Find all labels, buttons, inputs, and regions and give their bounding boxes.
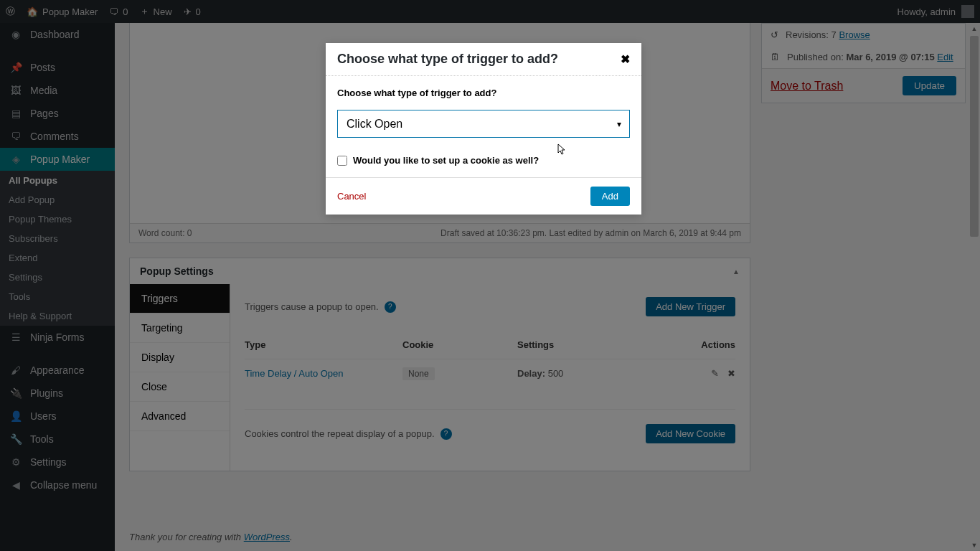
close-icon[interactable]: ✖ bbox=[621, 52, 630, 66]
trigger-type-select[interactable]: Click Open bbox=[337, 110, 630, 138]
modal-title: Choose what type of trigger to add? bbox=[337, 52, 558, 67]
cancel-button[interactable]: Cancel bbox=[337, 191, 366, 202]
modal-field-label: Choose what type of trigger to add? bbox=[337, 88, 630, 98]
cookie-checkbox-row[interactable]: Would you like to set up a cookie as wel… bbox=[337, 155, 630, 166]
cookie-checkbox[interactable] bbox=[337, 156, 347, 166]
trigger-type-modal: Choose what type of trigger to add? ✖ Ch… bbox=[326, 43, 641, 215]
cookie-question: Would you like to set up a cookie as wel… bbox=[353, 155, 539, 166]
add-button[interactable]: Add bbox=[590, 187, 630, 206]
